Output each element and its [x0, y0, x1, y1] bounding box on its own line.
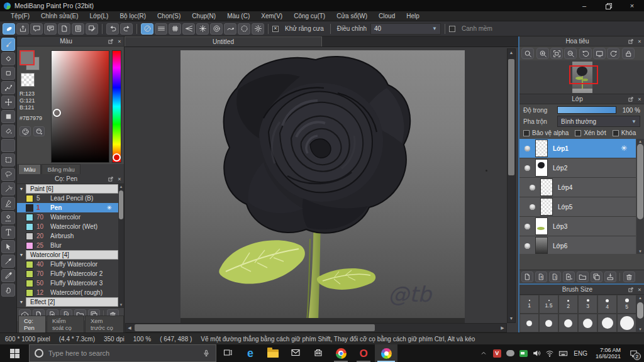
- expand-triangle-icon[interactable]: ▼: [17, 300, 26, 304]
- scroll-down-icon[interactable]: ▼: [636, 326, 644, 332]
- menu-item-6[interactable]: Chụp(N): [186, 11, 221, 21]
- minimize-button[interactable]: –: [572, 0, 596, 11]
- layer-row[interactable]: Lớp4: [519, 178, 636, 197]
- popout-icon[interactable]: [106, 38, 115, 45]
- snap-concentric-icon[interactable]: [210, 23, 223, 35]
- brush-item[interactable]: 5Lead Pencil (B): [17, 194, 118, 203]
- zoom-out-icon[interactable]: [564, 48, 577, 59]
- magic-wand-icon[interactable]: [1, 182, 15, 195]
- document-list-icon[interactable]: [72, 23, 84, 35]
- popout-icon[interactable]: [626, 38, 635, 45]
- comment-icon[interactable]: [30, 23, 43, 35]
- popout-icon[interactable]: [626, 286, 635, 293]
- language-indicator[interactable]: ENG: [570, 344, 591, 362]
- snap-radial-icon[interactable]: [196, 23, 209, 35]
- page-8-icon[interactable]: 8: [535, 272, 547, 282]
- eyedropper-icon[interactable]: [1, 269, 15, 282]
- scrollbar-thumb[interactable]: [637, 302, 643, 319]
- scrollbar-thumb[interactable]: [637, 144, 643, 219]
- zoom-in-icon[interactable]: [536, 48, 549, 59]
- page-1-icon[interactable]: 1: [549, 272, 561, 282]
- foreground-color-swatch[interactable]: [19, 50, 35, 65]
- redo-icon[interactable]: [120, 23, 133, 35]
- move-icon[interactable]: [1, 96, 15, 109]
- brush-size-cell[interactable]: 1.5: [539, 295, 558, 314]
- scroll-down-icon[interactable]: ▼: [636, 248, 644, 254]
- taskbar-chrome-button[interactable]: [330, 344, 352, 362]
- brush-item[interactable]: 25Blur: [17, 241, 118, 250]
- document-tab[interactable]: Untitled: [125, 36, 322, 47]
- taskbar-store-button[interactable]: [307, 344, 330, 362]
- hand-icon[interactable]: [1, 283, 15, 297]
- saturation-marker[interactable]: [53, 109, 61, 117]
- layer-option-checkbox[interactable]: Khóa: [613, 129, 636, 136]
- comment-text-icon[interactable]: [44, 23, 57, 35]
- layer-visibility-icon[interactable]: [530, 185, 535, 190]
- touch-keyboard-icon[interactable]: [557, 344, 569, 362]
- brush-size-scrollbar[interactable]: ▲ ▼: [636, 295, 644, 332]
- scroll-down-icon[interactable]: ▼: [508, 315, 515, 322]
- palette-save-icon[interactable]: [33, 126, 45, 136]
- rotate-right-icon[interactable]: [607, 48, 619, 59]
- viewport-indicator[interactable]: [569, 65, 598, 84]
- brush-size-cell[interactable]: 1: [519, 295, 539, 314]
- layer-visibility-icon[interactable]: [525, 243, 530, 249]
- scroll-up-icon[interactable]: ▲: [118, 185, 124, 189]
- publish-icon[interactable]: [16, 23, 29, 35]
- undo-icon[interactable]: [106, 23, 119, 35]
- hue-marker[interactable]: [113, 153, 121, 162]
- checkbox[interactable]: [523, 130, 530, 136]
- brush-item[interactable]: 70Fluffy Watercolor 2: [17, 269, 118, 278]
- reset-rotation-icon[interactable]: [593, 48, 606, 59]
- checkbox[interactable]: [613, 130, 619, 136]
- blend-dropdown[interactable]: Bình thường ▼: [557, 116, 640, 127]
- hue-bar[interactable]: [112, 50, 121, 163]
- checkbox[interactable]: [575, 130, 581, 136]
- close-button[interactable]: ×: [620, 0, 644, 11]
- brush-item[interactable]: 12Watercolor( rough): [17, 288, 118, 297]
- layer-row[interactable]: Lớp5: [519, 197, 636, 217]
- taskbar-opera-button[interactable]: O: [352, 344, 375, 362]
- layer-list-scrollbar[interactable]: ▲ ▼: [636, 139, 644, 254]
- menu-item-10[interactable]: Cửa sổ(W): [331, 11, 373, 21]
- close-icon[interactable]: ×: [115, 175, 124, 183]
- text-icon[interactable]: [1, 226, 15, 239]
- scroll-up-icon[interactable]: ▲: [636, 295, 644, 302]
- fit-window-icon[interactable]: [550, 48, 563, 59]
- scroll-left-icon[interactable]: ◀: [126, 324, 133, 332]
- brush-group-header[interactable]: ▼Watercolor [4]: [17, 250, 118, 260]
- eraser-icon[interactable]: [1, 52, 15, 65]
- opacity-slider[interactable]: [557, 106, 616, 114]
- close-icon[interactable]: ×: [635, 96, 644, 103]
- gradient-icon[interactable]: [1, 139, 15, 152]
- merge-icon[interactable]: [604, 272, 616, 282]
- lock-icon[interactable]: [622, 48, 635, 59]
- brush-settings-gear-icon[interactable]: ✳: [107, 204, 112, 211]
- brush-size-cell[interactable]: 3: [578, 295, 597, 314]
- gear-icon[interactable]: [252, 23, 264, 35]
- action-center-icon[interactable]: 2: [625, 344, 641, 362]
- brush-panel-tab[interactable]: Kiểm soát cọ: [47, 315, 84, 332]
- menu-item-1[interactable]: Tệp(F): [5, 11, 35, 21]
- menu-item-8[interactable]: Xem(V): [255, 11, 288, 21]
- clock[interactable]: 7:06 AM 16/6/2021: [592, 347, 625, 359]
- select-eraser-icon[interactable]: [1, 211, 15, 224]
- brush-icon[interactable]: [1, 38, 15, 51]
- canvas-artwork[interactable]: @tb: [180, 50, 465, 326]
- scroll-down-icon[interactable]: ▼: [118, 303, 124, 307]
- expand-triangle-icon[interactable]: ▼: [17, 253, 26, 257]
- soft-edge-checkbox[interactable]: [449, 26, 455, 32]
- brush-item[interactable]: 70Watercolor: [17, 212, 118, 222]
- brush-item[interactable]: 20Airbrush: [17, 231, 118, 241]
- tray-unikey-icon[interactable]: [517, 344, 530, 362]
- transform-icon[interactable]: [1, 240, 15, 253]
- lasso-icon[interactable]: [1, 168, 15, 181]
- antialias-checkbox[interactable]: ×: [272, 26, 279, 32]
- operation-icon[interactable]: [1, 81, 15, 94]
- snap-curve-icon[interactable]: [224, 23, 236, 35]
- close-icon[interactable]: ×: [635, 286, 644, 293]
- brush-size-cell[interactable]: [597, 314, 617, 332]
- menu-item-11[interactable]: Cloud: [373, 11, 401, 21]
- color-panel-tab[interactable]: Màu: [18, 164, 41, 174]
- brush-panel-tab[interactable]: Cọ: Pen: [18, 315, 46, 332]
